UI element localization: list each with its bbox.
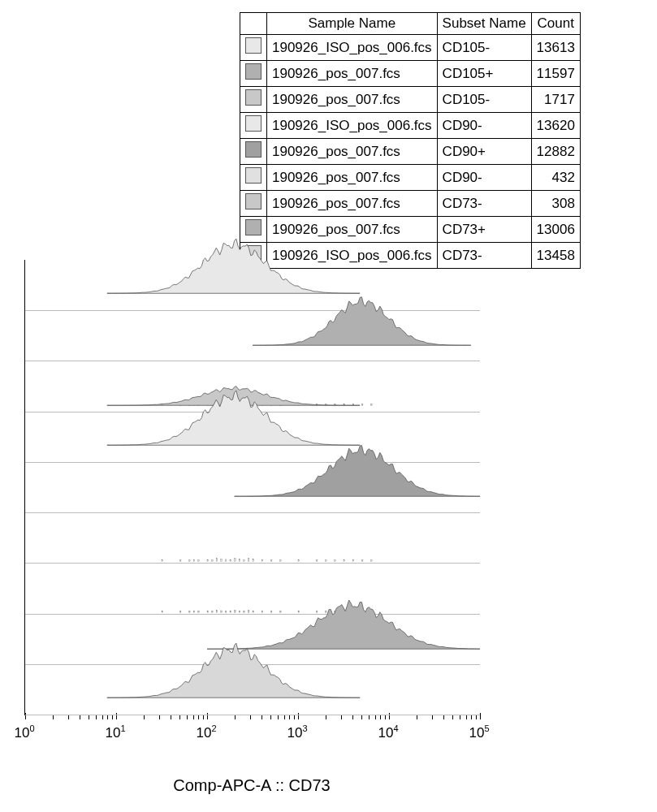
legend-subset: CD90- — [437, 113, 531, 139]
legend-row: 190926_pos_007.fcsCD105-1717 — [240, 87, 581, 113]
legend-swatch-cell — [240, 139, 267, 165]
legend-header-swatch — [240, 13, 267, 35]
legend-swatch-cell — [240, 165, 267, 191]
color-swatch — [245, 219, 262, 235]
histogram-lane — [25, 462, 480, 513]
legend-header-count: Count — [531, 13, 580, 35]
legend-count: 13613 — [531, 35, 580, 61]
x-axis-label: Comp-APC-A :: CD73 — [24, 776, 479, 795]
legend-subset: CD105- — [437, 35, 531, 61]
legend-sample: 190926_pos_007.fcs — [267, 217, 438, 243]
tick-label: 101 — [105, 723, 125, 741]
legend-row: 190926_pos_007.fcsCD73+13006 — [240, 217, 581, 243]
legend-swatch-cell — [240, 87, 267, 113]
legend-swatch-cell — [240, 61, 267, 87]
tick-label: 104 — [378, 723, 398, 741]
histogram-lane — [25, 664, 480, 715]
flow-cytometry-chart: 100101102103104105 Comp-APC-A :: CD73 — [24, 260, 480, 795]
color-swatch — [245, 141, 262, 158]
legend-count: 12882 — [531, 139, 580, 165]
histogram-curve — [25, 446, 480, 512]
legend-header-subset: Subset Name — [437, 13, 531, 35]
legend-subset: CD73- — [437, 191, 531, 217]
legend-subset: CD105+ — [437, 61, 531, 87]
tick-label: 100 — [14, 723, 34, 741]
tick-label: 102 — [196, 723, 216, 741]
histogram-sparse — [25, 511, 480, 563]
legend-sample: 190926_pos_007.fcs — [267, 139, 438, 165]
legend-row: 190926_pos_007.fcsCD90+12882 — [240, 139, 581, 165]
legend-count: 13620 — [531, 113, 580, 139]
legend-sample: 190926_ISO_pos_006.fcs — [267, 113, 438, 139]
legend-row: 190926_ISO_pos_006.fcsCD105-13613 — [240, 35, 581, 61]
legend-count: 308 — [531, 191, 580, 217]
legend-table: Sample Name Subset Name Count 190926_ISO… — [240, 12, 581, 269]
legend-count: 11597 — [531, 61, 580, 87]
legend-row: 190926_ISO_pos_006.fcsCD90-13620 — [240, 113, 581, 139]
legend-subset: CD73+ — [437, 217, 531, 243]
legend-header-sample: Sample Name — [267, 13, 438, 35]
legend-swatch-cell — [240, 191, 267, 217]
color-swatch — [245, 63, 262, 80]
color-swatch — [245, 193, 262, 209]
color-swatch — [245, 37, 262, 54]
legend-sample: 190926_pos_007.fcs — [267, 61, 438, 87]
legend-count: 1717 — [531, 87, 580, 113]
color-swatch — [245, 89, 262, 106]
legend-count: 13458 — [531, 243, 580, 269]
legend-row: 190926_pos_007.fcsCD90-432 — [240, 165, 581, 191]
legend-row: 190926_pos_007.fcsCD73-308 — [240, 191, 581, 217]
legend-count: 432 — [531, 165, 580, 191]
legend-sample: 190926_pos_007.fcs — [267, 165, 438, 191]
histogram-curve — [25, 647, 480, 715]
legend-swatch-cell — [240, 217, 267, 243]
histogram-lane — [25, 512, 480, 564]
legend-row: 190926_pos_007.fcsCD105+11597 — [240, 61, 581, 87]
color-swatch — [245, 167, 262, 184]
legend-count: 13006 — [531, 217, 580, 243]
histogram-lane — [25, 310, 480, 361]
legend-sample: 190926_pos_007.fcs — [267, 87, 438, 113]
color-swatch — [245, 115, 262, 132]
legend-swatch-cell — [240, 35, 267, 61]
tick-label: 103 — [287, 723, 307, 741]
histogram-curve — [25, 295, 480, 361]
legend-swatch-cell — [240, 113, 267, 139]
legend-sample: 190926_pos_007.fcs — [267, 191, 438, 217]
legend-subset: CD90+ — [437, 139, 531, 165]
legend-subset: CD90- — [437, 165, 531, 191]
legend-sample: 190926_ISO_pos_006.fcs — [267, 35, 438, 61]
tick-label: 105 — [469, 723, 489, 741]
plot-area — [24, 260, 480, 715]
x-axis-ticks: 100101102103104105 — [24, 723, 479, 748]
legend-subset: CD105- — [437, 87, 531, 113]
